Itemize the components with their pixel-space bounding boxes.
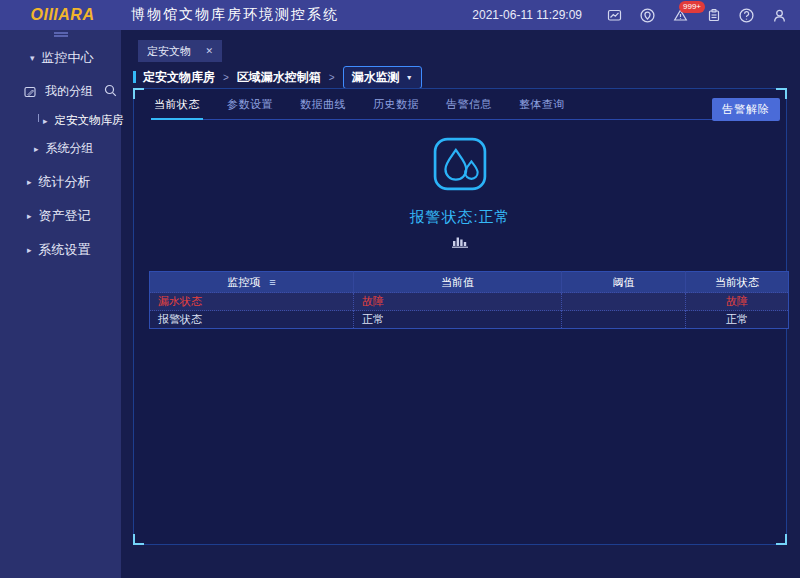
header-actions: 2021-06-11 11:29:09 999+ [472,0,796,30]
sidebar: ▾ 监控中心 我的分组 ▸ 定安文物库房 ▸ 系统分组 ▸ 统计分析 ▸ [0,30,121,578]
sidebar-item-system-settings[interactable]: ▸ 系统设置 [27,241,121,259]
col-header-threshold: 阈值 [562,272,686,293]
table-row-leak-status: 漏水状态 故障 故障 [150,293,789,311]
breadcrumb-separator: > [223,72,229,83]
chevron-right-icon: ▸ [27,245,32,255]
panel-corner-accent [776,534,787,545]
col-header-current-status: 当前状态 [686,272,789,293]
sidebar-item-label: 监控中心 [42,49,94,67]
tab-current-status[interactable]: 当前状态 [154,97,200,112]
location-icon[interactable] [631,0,664,30]
device-detail-panel: 当前状态 参数设置 数据曲线 历史数据 告警信息 整体查询 告警解除 报警状态:… [133,88,787,545]
panel-tab-bar: 当前状态 参数设置 数据曲线 历史数据 告警信息 整体查询 [154,97,714,120]
sidebar-item-dingan-warehouse[interactable]: ▸ 定安文物库房 [38,113,121,128]
cell-status: 正常 [686,311,789,329]
col-header-monitor-item: 监控项 ≡ [150,272,354,293]
close-icon[interactable]: ✕ [205,46,213,56]
breadcrumb-accent-bar [133,71,136,83]
workspace-tab[interactable]: 定安文物 ✕ [138,40,222,62]
sidebar-item-label: 资产登记 [39,207,91,225]
screenshot-icon[interactable] [598,0,631,30]
device-dropdown[interactable]: 漏水监测 ▼ [343,66,422,89]
group-icon [24,86,36,98]
tab-alarm-info[interactable]: 告警信息 [446,97,492,112]
monitor-items-table: 监控项 ≡ 当前值 阈值 当前状态 漏水状态 故障 故障 报警状态 正常 正常 [149,271,789,329]
chevron-right-icon: ▸ [43,116,48,126]
cell-threshold [562,293,686,311]
cell-value: 故障 [354,293,562,311]
user-icon[interactable] [763,0,796,30]
brand-logo: OIIIARA [0,6,125,24]
device-dropdown-value: 漏水监测 [352,69,400,86]
panel-corner-accent [133,534,144,545]
chevron-down-icon: ▾ [30,53,35,63]
col-header-current-value: 当前值 [354,272,562,293]
help-icon[interactable] [730,0,763,30]
sidebar-item-label: 系统设置 [39,241,91,259]
sidebar-item-statistics[interactable]: ▸ 统计分析 [27,173,121,191]
breadcrumb-level2[interactable]: 区域漏水控制箱 [237,69,321,86]
sidebar-item-system-groups[interactable]: ▸ 系统分组 [34,140,121,157]
chevron-down-icon: ▼ [406,74,413,81]
cell-status: 故障 [686,293,789,311]
sidebar-item-monitor-center[interactable]: ▾ 监控中心 [30,49,121,67]
tab-data-curve[interactable]: 数据曲线 [300,97,346,112]
chevron-right-icon: ▸ [34,144,39,154]
water-drop-icon [433,137,487,195]
search-icon[interactable] [104,84,117,97]
log-clipboard-icon[interactable] [697,0,730,30]
status-block: 报警状态:正常 [134,137,786,252]
cell-item: 漏水状态 [150,293,354,311]
sidebar-item-label: 定安文物库房 [55,113,124,128]
sidebar-item-my-groups[interactable]: 我的分组 [24,83,121,100]
sidebar-item-asset-register[interactable]: ▸ 资产登记 [27,207,121,225]
sidebar-collapse-handle[interactable] [54,32,68,37]
datetime: 2021-06-11 11:29:09 [472,8,582,22]
alarm-clear-button[interactable]: 告警解除 [712,98,780,121]
chevron-right-icon: ▸ [27,177,32,187]
sidebar-item-label: 我的分组 [45,83,93,100]
chevron-right-icon: ▸ [27,211,32,221]
cell-item: 报警状态 [150,311,354,329]
workspace-tab-label: 定安文物 [147,44,191,59]
alarm-status-text: 报警状态:正常 [134,208,786,227]
sidebar-item-label: 系统分组 [46,140,94,157]
cell-threshold [562,311,686,329]
cell-value: 正常 [354,311,562,329]
tab-history-data[interactable]: 历史数据 [373,97,419,112]
table-header-row: 监控项 ≡ 当前值 阈值 当前状态 [150,272,789,293]
breadcrumb: 定安文物库房 > 区域漏水控制箱 > 漏水监测 ▼ [133,66,422,88]
alarm-warning-icon[interactable]: 999+ [664,0,697,30]
top-header: OIIIARA 博物馆文物库房环境测控系统 2021-06-11 11:29:0… [0,0,800,30]
breadcrumb-separator: > [329,72,335,83]
tab-parameter-settings[interactable]: 参数设置 [227,97,273,112]
panel-corner-accent [133,88,144,99]
app-title: 博物馆文物库房环境测控系统 [131,6,339,24]
sidebar-item-label: 统计分析 [39,173,91,191]
bar-chart-icon[interactable] [134,234,786,252]
table-row-alarm-status: 报警状态 正常 正常 [150,311,789,329]
tree-branch-line [38,114,39,122]
list-icon[interactable]: ≡ [269,276,275,288]
breadcrumb-level1[interactable]: 定安文物库房 [143,69,215,86]
tab-overall-query[interactable]: 整体查询 [519,97,565,112]
